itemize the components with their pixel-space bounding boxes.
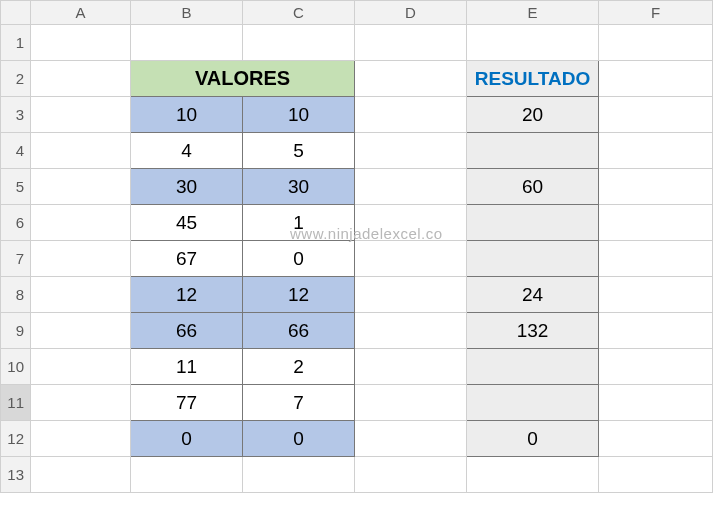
cell-D3[interactable]: [355, 97, 467, 133]
cell-D12[interactable]: [355, 421, 467, 457]
cell-C3[interactable]: 10: [243, 97, 355, 133]
row-header-2[interactable]: 2: [1, 61, 31, 97]
cell-A7[interactable]: [31, 241, 131, 277]
cell-B3[interactable]: 10: [131, 97, 243, 133]
cell-D1[interactable]: [355, 25, 467, 61]
cell-E9[interactable]: 132: [467, 313, 599, 349]
cell-C12[interactable]: 0: [243, 421, 355, 457]
cell-A4[interactable]: [31, 133, 131, 169]
cell-A5[interactable]: [31, 169, 131, 205]
row-header-11[interactable]: 11: [1, 385, 31, 421]
cell-C6[interactable]: 1: [243, 205, 355, 241]
cell-B10[interactable]: 11: [131, 349, 243, 385]
row-header-5[interactable]: 5: [1, 169, 31, 205]
cell-D5[interactable]: [355, 169, 467, 205]
cell-E3[interactable]: 20: [467, 97, 599, 133]
cell-D7[interactable]: [355, 241, 467, 277]
cell-D13[interactable]: [355, 457, 467, 493]
cell-F3[interactable]: [599, 97, 713, 133]
cell-B6[interactable]: 45: [131, 205, 243, 241]
cell-B1[interactable]: [131, 25, 243, 61]
col-header-F[interactable]: F: [599, 1, 713, 25]
cell-B12[interactable]: 0: [131, 421, 243, 457]
cell-C9[interactable]: 66: [243, 313, 355, 349]
row-header-10[interactable]: 10: [1, 349, 31, 385]
cell-C11[interactable]: 7: [243, 385, 355, 421]
cell-B9[interactable]: 66: [131, 313, 243, 349]
row-11: 11 77 7: [1, 385, 713, 421]
corner-cell[interactable]: [1, 1, 31, 25]
cell-D11[interactable]: [355, 385, 467, 421]
row-header-7[interactable]: 7: [1, 241, 31, 277]
cell-D9[interactable]: [355, 313, 467, 349]
cell-D8[interactable]: [355, 277, 467, 313]
cell-E7[interactable]: [467, 241, 599, 277]
row-header-1[interactable]: 1: [1, 25, 31, 61]
cell-D6[interactable]: [355, 205, 467, 241]
cell-E6[interactable]: [467, 205, 599, 241]
cell-B7[interactable]: 67: [131, 241, 243, 277]
cell-E1[interactable]: [467, 25, 599, 61]
cell-C5[interactable]: 30: [243, 169, 355, 205]
cell-C7[interactable]: 0: [243, 241, 355, 277]
cell-B8[interactable]: 12: [131, 277, 243, 313]
cell-C13[interactable]: [243, 457, 355, 493]
row-header-9[interactable]: 9: [1, 313, 31, 349]
cell-A12[interactable]: [31, 421, 131, 457]
cell-D10[interactable]: [355, 349, 467, 385]
cell-F8[interactable]: [599, 277, 713, 313]
cell-A10[interactable]: [31, 349, 131, 385]
cell-F4[interactable]: [599, 133, 713, 169]
row-header-6[interactable]: 6: [1, 205, 31, 241]
cell-F11[interactable]: [599, 385, 713, 421]
cell-A13[interactable]: [31, 457, 131, 493]
cell-C4[interactable]: 5: [243, 133, 355, 169]
cell-F5[interactable]: [599, 169, 713, 205]
row-header-12[interactable]: 12: [1, 421, 31, 457]
cell-E8[interactable]: 24: [467, 277, 599, 313]
col-header-D[interactable]: D: [355, 1, 467, 25]
cell-E13[interactable]: [467, 457, 599, 493]
col-header-A[interactable]: A: [31, 1, 131, 25]
cell-B5[interactable]: 30: [131, 169, 243, 205]
col-header-B[interactable]: B: [131, 1, 243, 25]
cell-B11[interactable]: 77: [131, 385, 243, 421]
row-header-13[interactable]: 13: [1, 457, 31, 493]
cell-E11[interactable]: [467, 385, 599, 421]
cell-F1[interactable]: [599, 25, 713, 61]
cell-A3[interactable]: [31, 97, 131, 133]
cell-F10[interactable]: [599, 349, 713, 385]
cell-F13[interactable]: [599, 457, 713, 493]
col-header-C[interactable]: C: [243, 1, 355, 25]
cell-F12[interactable]: [599, 421, 713, 457]
cell-D4[interactable]: [355, 133, 467, 169]
cell-A11[interactable]: [31, 385, 131, 421]
cell-E10[interactable]: [467, 349, 599, 385]
cell-C1[interactable]: [243, 25, 355, 61]
cell-A1[interactable]: [31, 25, 131, 61]
valores-header[interactable]: VALORES: [131, 61, 355, 97]
row-header-3[interactable]: 3: [1, 97, 31, 133]
cell-A2[interactable]: [31, 61, 131, 97]
row-header-8[interactable]: 8: [1, 277, 31, 313]
cell-A8[interactable]: [31, 277, 131, 313]
cell-B13[interactable]: [131, 457, 243, 493]
cell-F6[interactable]: [599, 205, 713, 241]
cell-F9[interactable]: [599, 313, 713, 349]
resultado-header[interactable]: RESULTADO: [467, 61, 599, 97]
cell-A9[interactable]: [31, 313, 131, 349]
cell-C8[interactable]: 12: [243, 277, 355, 313]
cell-D2[interactable]: [355, 61, 467, 97]
cell-F2[interactable]: [599, 61, 713, 97]
cell-F7[interactable]: [599, 241, 713, 277]
spreadsheet-grid[interactable]: A B C D E F 1 2 VALORES RESULTADO: [0, 0, 713, 493]
row-5: 5 30 30 60: [1, 169, 713, 205]
cell-E4[interactable]: [467, 133, 599, 169]
cell-A6[interactable]: [31, 205, 131, 241]
cell-B4[interactable]: 4: [131, 133, 243, 169]
cell-C10[interactable]: 2: [243, 349, 355, 385]
col-header-E[interactable]: E: [467, 1, 599, 25]
row-header-4[interactable]: 4: [1, 133, 31, 169]
cell-E5[interactable]: 60: [467, 169, 599, 205]
cell-E12[interactable]: 0: [467, 421, 599, 457]
